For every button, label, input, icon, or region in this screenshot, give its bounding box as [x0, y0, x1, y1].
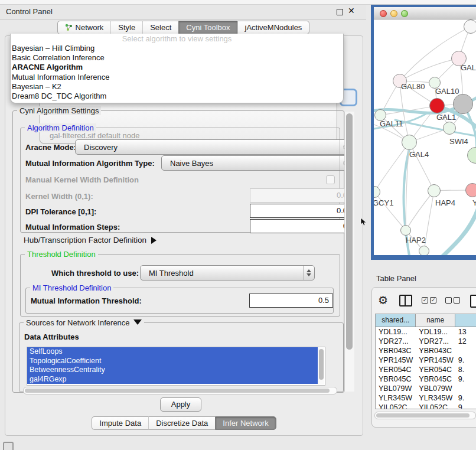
table-cell[interactable]: YBL079W	[416, 384, 455, 393]
tab-discretize-data[interactable]: Discretize Data	[148, 416, 215, 430]
tab-impute-data[interactable]: Impute Data	[92, 416, 148, 430]
minimize-traffic-light-icon[interactable]	[390, 10, 397, 17]
manual-kernel-checkbox[interactable]	[326, 175, 335, 184]
dpi-tolerance-field[interactable]: 0.0	[250, 204, 351, 218]
table-cell[interactable]: 9	[455, 403, 476, 409]
mi-threshold-field[interactable]: 0.5	[249, 294, 333, 308]
node-label-hap4: HAP4	[435, 198, 455, 207]
table-cell[interactable]: YDR27...	[416, 337, 455, 346]
mi-steps-field[interactable]: 6	[250, 219, 351, 233]
table-row[interactable]: YBR045CYBR045C9.	[376, 374, 476, 384]
table-cell[interactable]: YBR043C	[416, 346, 455, 356]
tab-label: Style	[118, 23, 135, 32]
select-all-check-icon[interactable]: ✓	[422, 297, 428, 304]
table-row[interactable]: YLR345WYLR345W9.	[376, 393, 476, 403]
tab-network[interactable]: Network	[57, 21, 111, 34]
table-cell[interactable]: YIL052C	[416, 403, 455, 409]
table-cell[interactable]: YIL052C	[376, 403, 416, 409]
table-row[interactable]: YDL19...YDL19...13	[376, 327, 476, 337]
new-table-icon[interactable]	[470, 295, 476, 308]
close-traffic-light-icon[interactable]	[380, 10, 387, 17]
tab-select[interactable]: Select	[142, 21, 178, 34]
tab-cyni-toolbox[interactable]: Cyni Toolbox	[178, 21, 237, 34]
deselect-all-box-icon[interactable]	[454, 297, 460, 304]
column-header-extra[interactable]	[455, 314, 476, 327]
threshold-definition-group: Threshold Definition Which threshold to …	[20, 254, 340, 317]
table-cell[interactable]	[455, 346, 476, 356]
network-window-titlebar[interactable]	[374, 7, 476, 19]
table-cell[interactable]: YDR27...	[376, 337, 416, 346]
table-cell[interactable]: YER054C	[416, 365, 455, 374]
attribute-item-betweennesscentrality[interactable]: BetweennessCentrality	[27, 366, 318, 375]
attribute-item-gal4rgexp[interactable]: gal4RGexp	[27, 375, 318, 384]
data-attributes-label: Data Attributes	[24, 332, 79, 341]
table-cell[interactable]: 12	[455, 337, 476, 346]
hub-definition-expander[interactable]: Hub/Transcription Factor Definition	[24, 236, 157, 244]
algorithm-item-basic-correlation-inference[interactable]: Basic Correlation Inference	[11, 53, 343, 63]
gear-icon[interactable]: ⚙	[378, 295, 388, 306]
data-attributes-list[interactable]: SelfLoopsTopologicalCoefficientBetweenne…	[27, 347, 325, 386]
network-node[interactable]	[464, 19, 476, 34]
kernel-width-field[interactable]: 0.0	[250, 188, 351, 203]
which-threshold-select[interactable]: MI Threshold	[140, 265, 315, 281]
panel-vertical-scrollbar[interactable]	[344, 112, 354, 392]
aracne-mode-select[interactable]: Discovery	[75, 139, 351, 155]
network-node[interactable]	[428, 184, 441, 197]
table-cell[interactable]: YBR045C	[376, 374, 416, 384]
column-header-shared[interactable]: shared...	[376, 314, 416, 327]
network-node[interactable]	[402, 135, 417, 150]
column-header-name[interactable]: name	[416, 314, 455, 327]
sources-horizontal-scrollbar[interactable]	[23, 387, 337, 394]
float-window-icon[interactable]	[337, 9, 343, 15]
algorithm-item-bayesian-hill-climbing[interactable]: Bayesian – Hill Climbing	[11, 44, 343, 53]
split-columns-icon[interactable]	[399, 295, 412, 306]
table-row[interactable]: YIL052CYIL052C9	[376, 403, 476, 409]
network-canvas[interactable]: GALGAL80GAL10GAL1GAL11SWI4GAL4GCY1HAP4YH…	[374, 19, 476, 255]
table-cell[interactable]: YLR345W	[416, 393, 455, 403]
zoom-traffic-light-icon[interactable]	[401, 10, 408, 17]
tab-jactivemnodules[interactable]: jActiveMNodules	[237, 21, 310, 34]
table-row[interactable]: YER054CYER054C8.	[376, 365, 476, 374]
tab-infer-network[interactable]: Infer Network	[215, 416, 276, 430]
table-cell[interactable]: 8.	[455, 365, 476, 374]
table-cell[interactable]: YLR345W	[376, 393, 416, 403]
table-cell[interactable]: YBR043C	[376, 346, 416, 356]
close-icon[interactable]: ✕	[348, 6, 355, 15]
table-cell[interactable]: YBR045C	[416, 374, 455, 384]
table-row[interactable]: YPR145WYPR145W9.	[376, 356, 476, 365]
panel-corner-icon[interactable]	[3, 442, 14, 450]
network-node[interactable]	[443, 122, 456, 135]
apply-button[interactable]: Apply	[160, 397, 201, 412]
table-cell[interactable]: YPR145W	[376, 356, 416, 365]
network-node[interactable]	[419, 246, 429, 255]
table-row[interactable]: YBL079WYBL079W	[376, 384, 476, 393]
attribute-item-selfloops[interactable]: SelfLoops	[27, 347, 318, 357]
algorithm-item-mutual-information-inference[interactable]: Mutual Information Inference	[11, 73, 343, 82]
table-horizontal-scrollbar[interactable]	[374, 412, 476, 419]
algorithm-item-aracne-algorithm[interactable]: ARACNE Algorithm	[11, 63, 343, 72]
table-cell[interactable]: 9.	[455, 356, 476, 365]
table-cell[interactable]: 9.	[455, 374, 476, 384]
tab-style[interactable]: Style	[110, 21, 142, 34]
algorithm-item-dream8-dc-tdc-algorithm[interactable]: Dream8 DC_TDC Algorithm	[11, 92, 343, 101]
mi-algorithm-type-select[interactable]: Naive Bayes	[161, 155, 351, 171]
algorithm-item-bayesian-k2[interactable]: Bayesian – K2	[11, 82, 343, 92]
table-cell[interactable]: YBL079W	[376, 384, 416, 393]
list-vertical-scrollbar[interactable]	[318, 348, 324, 384]
table-cell[interactable]: YDL19...	[416, 327, 455, 337]
select-all-check-icon[interactable]: ✓	[430, 297, 436, 304]
table-cell[interactable]: YDL19...	[376, 327, 416, 337]
table-cell[interactable]: YPR145W	[416, 356, 455, 365]
table-cell[interactable]: YER054C	[376, 365, 416, 374]
deselect-all-box-icon[interactable]	[445, 297, 452, 304]
network-node[interactable]	[465, 183, 476, 197]
attribute-item-topologicalcoefficient[interactable]: TopologicalCoefficient	[27, 357, 318, 366]
table-row[interactable]: YDR27...YDR27...12	[376, 337, 476, 346]
table-row[interactable]: YBR043CYBR043C	[376, 346, 476, 356]
network-node[interactable]	[453, 94, 473, 114]
table-cell[interactable]: 13	[455, 327, 476, 337]
network-node[interactable]	[400, 225, 411, 236]
network-node[interactable]	[429, 98, 445, 113]
table-cell[interactable]	[455, 384, 476, 393]
table-cell[interactable]: 9.	[455, 393, 476, 403]
